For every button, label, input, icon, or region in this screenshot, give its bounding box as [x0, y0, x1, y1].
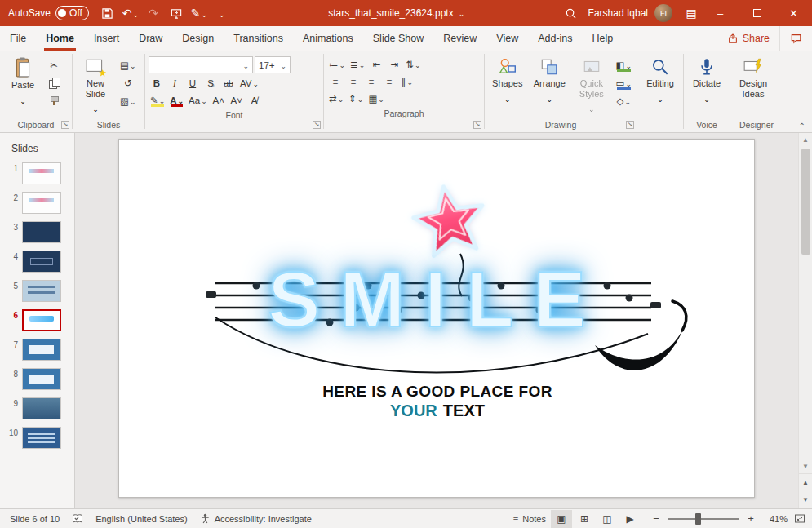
slide-layout-button[interactable]: ▤	[118, 57, 137, 73]
slide-thumbnail-10[interactable]: 10	[0, 427, 74, 456]
maximize-button[interactable]	[739, 0, 775, 26]
start-presentation-button[interactable]	[166, 2, 187, 24]
scroll-up-button[interactable]: ▲	[799, 133, 812, 147]
line-spacing-button[interactable]: ⇅	[404, 56, 422, 72]
redo-button[interactable]: ↷	[143, 2, 164, 24]
tab-view[interactable]: View	[486, 26, 528, 51]
minimize-button[interactable]: –	[702, 0, 739, 26]
next-slide-button[interactable]: ▼	[799, 491, 812, 508]
numbering-button[interactable]: ≣	[348, 56, 366, 72]
scrollbar-track[interactable]	[799, 147, 812, 459]
shrink-font-button[interactable]: A˅	[229, 92, 245, 108]
zoom-in-button[interactable]: +	[743, 510, 758, 528]
justify-button[interactable]: ≡	[381, 73, 397, 89]
tab-slide-show[interactable]: Slide Show	[363, 26, 434, 51]
align-right-button[interactable]: ≡	[363, 73, 379, 89]
underline-button[interactable]: U	[184, 75, 201, 91]
align-left-button[interactable]: ≡	[327, 73, 344, 89]
slide-caption-line1[interactable]: HERE IS A GOOD PLACE FOR	[119, 383, 756, 401]
cut-button[interactable]: ✂	[46, 57, 62, 73]
tab-file[interactable]: File	[0, 26, 36, 51]
slide-indicator[interactable]: Slide 6 of 10	[7, 509, 63, 528]
new-slide-button[interactable]: New Slide	[76, 54, 115, 118]
scrollbar-thumb[interactable]	[801, 149, 810, 255]
shape-fill-button[interactable]: ◧	[615, 57, 633, 73]
change-case-button[interactable]: Aa	[187, 92, 209, 108]
slideshow-view-button[interactable]: ▶	[619, 510, 641, 528]
slide-thumbnail-9[interactable]: 9	[0, 397, 74, 427]
section-button[interactable]: ▧	[118, 93, 137, 109]
spell-check-button[interactable]	[69, 509, 87, 528]
bold-button[interactable]: B	[149, 75, 165, 91]
tab-home[interactable]: Home	[36, 26, 84, 51]
editing-button[interactable]: Editing	[641, 54, 680, 118]
decrease-indent-button[interactable]: ⇤	[368, 56, 384, 72]
close-button[interactable]: ✕	[775, 0, 812, 26]
font-color-button[interactable]: A	[168, 92, 185, 108]
undo-button[interactable]: ↶	[120, 2, 141, 24]
increase-indent-button[interactable]: ⇥	[386, 56, 402, 72]
dictate-button[interactable]: Dictate	[687, 54, 726, 118]
shape-outline-button[interactable]: ▭	[615, 75, 633, 91]
shape-effects-button[interactable]: ◇	[615, 93, 633, 109]
align-text-button[interactable]: ⇕	[347, 91, 365, 106]
zoom-slider-thumb[interactable]	[695, 513, 701, 525]
zoom-percentage[interactable]: 41%	[763, 514, 788, 524]
text-direction-button[interactable]: ⇄	[327, 91, 345, 106]
previous-slide-button[interactable]: ▲	[799, 474, 812, 491]
bullets-button[interactable]: ≔	[327, 56, 347, 72]
strikethrough-button[interactable]: ab	[220, 75, 237, 91]
align-center-button[interactable]: ≡	[345, 73, 362, 89]
tab-design[interactable]: Design	[172, 26, 224, 51]
paragraph-dialog-launcher-icon[interactable]	[473, 120, 482, 130]
accessibility-checker[interactable]: Accessibility: Investigate	[197, 509, 315, 528]
user-name[interactable]: Farshad Iqbal	[588, 7, 648, 19]
copy-button[interactable]	[46, 75, 62, 91]
share-button[interactable]: Share	[717, 26, 779, 51]
ribbon-display-options-button[interactable]: ▤	[681, 2, 702, 24]
document-title[interactable]: stars_that_smile_23624.pptx	[233, 7, 561, 19]
tab-add-ins[interactable]: Add-ins	[528, 26, 582, 51]
autosave-toggle[interactable]: AutoSave Off	[8, 6, 89, 20]
slide-canvas[interactable]: SMILE HERE IS A GOOD PLACE FOR YOURTEXT	[118, 139, 755, 498]
slide-thumbnail-5[interactable]: 5	[0, 280, 74, 309]
clipboard-dialog-launcher-icon[interactable]	[60, 120, 70, 130]
character-spacing-button[interactable]: AV	[238, 75, 260, 91]
arrange-button[interactable]: Arrange	[530, 54, 570, 118]
reset-slide-button[interactable]: ↺	[118, 75, 137, 91]
italic-button[interactable]: I	[166, 75, 183, 91]
convert-to-smartart-button[interactable]: ▦	[366, 91, 385, 106]
user-avatar[interactable]: FI	[654, 4, 672, 22]
slide-thumbnail-7[interactable]: 7	[0, 339, 74, 368]
shapes-button[interactable]: Shapes	[488, 54, 527, 118]
slide-thumbnail-4[interactable]: 4	[0, 251, 74, 280]
tab-help[interactable]: Help	[583, 26, 623, 51]
text-shadow-button[interactable]: S	[202, 75, 219, 91]
zoom-slider-track[interactable]	[668, 518, 739, 520]
fit-slide-to-window-button[interactable]	[792, 510, 807, 528]
save-button[interactable]	[97, 2, 118, 24]
paste-button[interactable]: Paste	[3, 54, 42, 118]
tab-animations[interactable]: Animations	[293, 26, 363, 51]
language-indicator[interactable]: English (United States)	[92, 509, 191, 528]
slide-caption-line2[interactable]: YOURTEXT	[119, 402, 756, 420]
scroll-down-button[interactable]: ▼	[799, 459, 812, 473]
format-painter-button[interactable]	[46, 93, 62, 109]
grow-font-button[interactable]: A˄	[211, 92, 227, 108]
reading-view-button[interactable]: ◫	[597, 510, 618, 528]
notes-toggle-button[interactable]: ≡ Notes	[510, 509, 549, 528]
font-size-combo[interactable]: 17+	[255, 56, 291, 73]
slide-thumbnail-6[interactable]: 6	[0, 309, 74, 339]
customize-quick-access-button[interactable]	[211, 2, 233, 24]
slide-thumbnail-3[interactable]: 3	[0, 221, 74, 251]
clear-formatting-button[interactable]: A̸	[246, 92, 263, 108]
font-dialog-launcher-icon[interactable]	[312, 120, 322, 130]
tab-transitions[interactable]: Transitions	[224, 26, 293, 51]
tab-draw[interactable]: Draw	[129, 26, 172, 51]
zoom-out-button[interactable]: −	[649, 510, 663, 528]
text-highlight-button[interactable]: ✎	[149, 92, 166, 108]
slide-thumbnail-2[interactable]: 2	[0, 192, 74, 221]
columns-button[interactable]: ∥	[399, 73, 415, 89]
neon-smile-text[interactable]: SMILE	[119, 260, 754, 339]
tab-review[interactable]: Review	[433, 26, 486, 51]
